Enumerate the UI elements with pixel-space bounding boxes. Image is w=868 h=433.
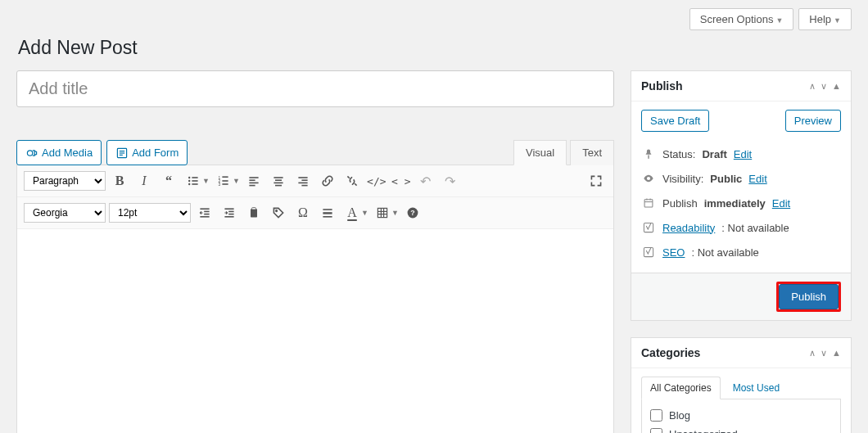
add-media-button[interactable]: Add Media [16, 140, 102, 165]
visibility-label: Visibility: [662, 173, 703, 185]
numbered-list-button[interactable]: 123 [213, 170, 234, 192]
category-checkbox[interactable] [650, 409, 662, 422]
chevron-down-icon[interactable]: ▼ [233, 177, 240, 185]
categories-metabox: Categories ∧ ∨ ▲ All Categories Most Use… [631, 337, 852, 433]
editor-main: Add Media Add Form Visual Text Paragraph… [16, 70, 614, 433]
svg-point-0 [27, 150, 32, 155]
outdent-button[interactable] [194, 202, 215, 223]
link-button[interactable] [317, 170, 338, 192]
help-icon-button[interactable]: ? [402, 202, 423, 223]
help-button[interactable]: Help▼ [798, 8, 852, 30]
svg-rect-40 [252, 208, 256, 210]
page-title: Add New Post [18, 37, 852, 59]
format-select[interactable]: Paragraph [24, 171, 106, 191]
svg-line-30 [355, 183, 356, 185]
tab-most-used[interactable]: Most Used [724, 377, 789, 399]
unlink-button[interactable] [341, 170, 363, 192]
svg-rect-28 [301, 185, 307, 187]
edit-status-link[interactable]: Edit [734, 148, 752, 160]
font-size-select[interactable]: 12pt [109, 203, 191, 223]
svg-point-9 [188, 183, 190, 185]
seo-link[interactable]: SEO [662, 246, 685, 259]
paste-button[interactable] [243, 202, 264, 223]
svg-rect-45 [377, 208, 387, 217]
save-draft-button[interactable]: Save Draft [641, 110, 709, 132]
category-item[interactable]: Blog [649, 406, 834, 425]
hr-button[interactable] [317, 202, 338, 223]
svg-rect-27 [298, 183, 307, 184]
svg-point-5 [188, 177, 190, 178]
add-form-button[interactable]: Add Form [106, 140, 188, 165]
svg-rect-21 [274, 177, 283, 178]
align-left-button[interactable] [243, 170, 264, 192]
category-item[interactable]: Uncategorized [649, 425, 834, 433]
post-title-input[interactable] [16, 70, 614, 107]
tab-text[interactable]: Text [570, 140, 614, 165]
text-color-button[interactable]: A [341, 202, 363, 223]
svg-rect-39 [251, 209, 257, 217]
category-list: Blog Uncategorized [641, 399, 841, 433]
svg-rect-43 [323, 212, 332, 214]
redo-button[interactable]: ↷ [440, 170, 461, 192]
code-button[interactable]: </> [366, 170, 387, 192]
tab-visual[interactable]: Visual [513, 140, 567, 165]
svg-rect-34 [200, 216, 209, 218]
blockquote-button[interactable]: “ [158, 170, 179, 192]
edit-publish-link[interactable]: Edit [772, 197, 790, 210]
svg-rect-35 [224, 208, 233, 210]
help-label: Help [809, 13, 831, 25]
move-down-icon[interactable]: ∨ [821, 81, 827, 92]
align-center-button[interactable] [268, 170, 289, 192]
visibility-value: Public [710, 173, 742, 185]
category-label: Uncategorized [669, 428, 738, 433]
svg-rect-8 [192, 180, 197, 182]
toolbar-row-2: Georgia 12pt Ω A▼ ▼ ? [17, 197, 613, 229]
publish-button[interactable]: Publish [779, 284, 839, 309]
publish-label: Publish [662, 197, 698, 210]
svg-rect-10 [192, 183, 197, 185]
code-block-button[interactable]: < > [391, 170, 412, 192]
readability-value: : Not available [721, 222, 789, 234]
yoast-icon [641, 220, 656, 235]
fullscreen-button[interactable] [585, 170, 607, 192]
preview-button[interactable]: Preview [785, 110, 841, 132]
editor-content-area[interactable] [17, 229, 613, 433]
font-family-select[interactable]: Georgia [24, 203, 106, 223]
svg-rect-22 [275, 179, 282, 181]
screen-options-button[interactable]: Screen Options▼ [689, 8, 794, 30]
form-icon [115, 147, 129, 160]
editor-container: Paragraph B I “ ▼ 123▼ </> < > ↶ ↷ [16, 165, 614, 433]
add-media-label: Add Media [42, 147, 93, 159]
category-checkbox[interactable] [650, 428, 662, 433]
bold-button[interactable]: B [109, 170, 130, 192]
svg-rect-37 [228, 214, 233, 215]
italic-button[interactable]: I [133, 170, 155, 192]
move-down-icon[interactable]: ∨ [821, 348, 827, 359]
toggle-panel-icon[interactable]: ▲ [832, 81, 841, 92]
special-char-button[interactable]: Ω [292, 202, 314, 223]
bullet-list-button[interactable] [183, 170, 204, 192]
svg-text:3: 3 [219, 183, 221, 187]
tab-all-categories[interactable]: All Categories [641, 377, 721, 399]
chevron-down-icon[interactable]: ▼ [361, 209, 368, 217]
align-right-button[interactable] [292, 170, 314, 192]
tag-button[interactable] [268, 202, 289, 223]
undo-button[interactable]: ↶ [415, 170, 436, 192]
move-up-icon[interactable]: ∧ [809, 348, 816, 359]
readability-link[interactable]: Readability [662, 222, 715, 234]
publish-heading: Publish [641, 79, 683, 92]
eye-icon [641, 171, 656, 186]
indent-button[interactable] [219, 202, 240, 223]
category-label: Blog [669, 409, 690, 422]
media-icon [25, 147, 38, 160]
svg-rect-36 [228, 211, 233, 213]
move-up-icon[interactable]: ∧ [809, 81, 816, 92]
chevron-down-icon[interactable]: ▼ [202, 177, 210, 185]
toolbar-row-1: Paragraph B I “ ▼ 123▼ </> < > ↶ ↷ [17, 165, 613, 197]
svg-point-41 [276, 210, 278, 212]
svg-rect-44 [323, 216, 332, 218]
table-button[interactable] [372, 202, 393, 223]
toggle-panel-icon[interactable]: ▲ [832, 348, 841, 359]
edit-visibility-link[interactable]: Edit [748, 173, 766, 185]
chevron-down-icon[interactable]: ▼ [391, 209, 399, 217]
